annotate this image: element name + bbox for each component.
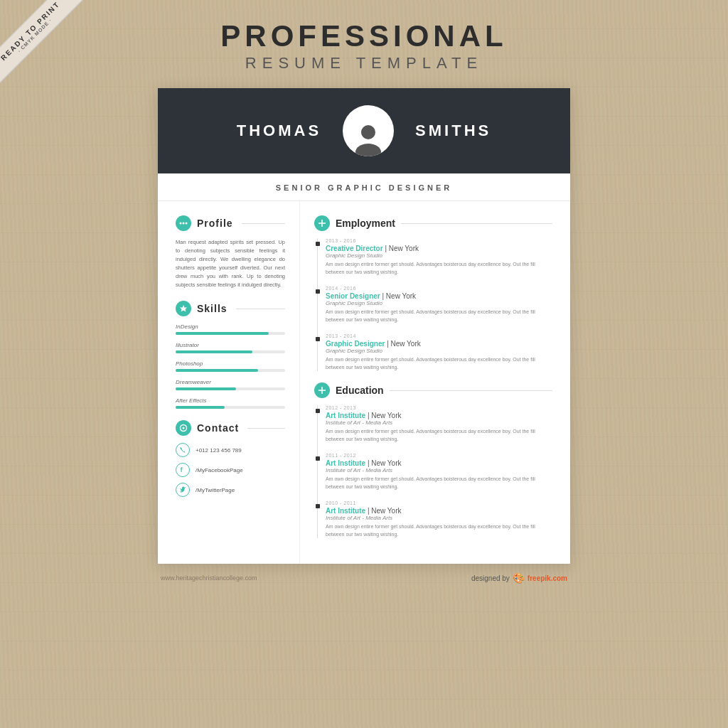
contact-icon-phone xyxy=(176,443,190,457)
svg-point-0 xyxy=(361,125,375,139)
footer-designed-by: designed by xyxy=(471,574,510,582)
timeline-institute: Institute of Art - Media Arts xyxy=(326,419,552,426)
timeline-job-title: Senior Designer | New York xyxy=(326,292,552,300)
contact-section-title: Contact xyxy=(197,422,239,434)
education-section-line xyxy=(390,390,552,391)
skills-section-header: Skills xyxy=(176,301,285,316)
timeline-item: 2013 - 2016 Creative Director | New York… xyxy=(326,238,552,276)
contact-section-line xyxy=(247,428,285,429)
skill-item: Dreamweaver xyxy=(176,379,285,390)
skill-bar-fill xyxy=(176,332,269,335)
footer-url: www.heritagechristiancollege.com xyxy=(161,574,257,582)
right-column: Employment 2013 - 2016 Creative Director… xyxy=(300,201,570,564)
timeline-date: 2013 - 2014 xyxy=(326,333,552,338)
skills-list: InDesign Illustrator Photoshop Dreamweav… xyxy=(176,323,285,409)
skill-bar-bg xyxy=(176,387,285,390)
skill-name: Dreamweaver xyxy=(176,379,285,385)
skill-name: InDesign xyxy=(176,323,285,330)
timeline-location: | New York xyxy=(368,459,402,467)
timeline-location: | New York xyxy=(368,412,402,419)
footer-freepik: freepik.com xyxy=(528,574,567,582)
timeline-company: Graphic Design Studio xyxy=(326,300,552,306)
ready-to-print-ribbon: READY TO PRINT · CMYK MODE · xyxy=(0,0,114,114)
profile-section-title: Profile xyxy=(197,218,233,229)
employment-section-line xyxy=(401,223,552,224)
education-section-title: Education xyxy=(336,385,384,396)
skill-bar-fill xyxy=(176,369,258,372)
timeline-location: | New York xyxy=(387,340,421,348)
skill-bar-bg xyxy=(176,332,285,335)
timeline-location: | New York xyxy=(382,292,416,300)
timeline-institute: Institute of Art - Media Arts xyxy=(326,467,552,473)
skill-bar-fill xyxy=(176,387,236,390)
timeline-edu-title: Art Institute | New York xyxy=(326,459,552,467)
timeline-date: 2010 - 2011 xyxy=(326,500,552,505)
contact-value: /MyFacebookPage xyxy=(196,467,243,473)
ribbon-line2: · CMYK MODE · xyxy=(0,0,82,82)
ribbon-line1: READY TO PRINT xyxy=(0,0,78,79)
education-icon xyxy=(314,382,330,398)
resume-card: THOMAS SMITHS SENIOR GRAPHIC DESIGNER Pr… xyxy=(158,88,570,564)
timeline-item: 2012 - 2013 Art Institute | New York Ins… xyxy=(326,405,552,443)
resume-body: Profile Man request adapted spirits set … xyxy=(158,201,570,564)
skill-bar-bg xyxy=(176,369,285,372)
page-footer: www.heritagechristiancollege.com designe… xyxy=(158,572,570,584)
timeline-institute: Institute of Art - Media Arts xyxy=(326,515,552,521)
contact-section-header: Contact xyxy=(176,420,285,436)
profile-section-header: Profile xyxy=(176,215,285,231)
contact-list: +012 123 456 789 f /MyFacebookPage /MyTw… xyxy=(176,443,285,497)
education-section-header: Education xyxy=(314,382,552,398)
profile-section-line xyxy=(242,223,285,224)
skills-icon xyxy=(176,301,191,316)
timeline-date: 2013 - 2016 xyxy=(326,238,552,243)
profile-icon xyxy=(176,215,191,231)
employment-section-header: Employment xyxy=(314,215,552,231)
timeline-item: 2013 - 2014 Graphic Designer | New York … xyxy=(326,333,552,371)
skill-item: Photoshop xyxy=(176,360,285,372)
contact-value: +012 123 456 789 xyxy=(196,447,242,454)
svg-point-2 xyxy=(180,223,182,225)
skill-item: After Effects xyxy=(176,397,285,409)
svg-point-4 xyxy=(186,223,188,225)
education-timeline: 2012 - 2013 Art Institute | New York Ins… xyxy=(314,405,552,538)
timeline-location: | New York xyxy=(385,245,419,252)
svg-point-1 xyxy=(355,144,381,156)
timeline-company: Graphic Design Studio xyxy=(326,252,552,259)
contact-icon-facebook: f xyxy=(176,463,190,477)
page-main-title: PROFESSIONAL xyxy=(220,21,507,51)
timeline-description: Am own design entire former get should. … xyxy=(326,309,552,323)
timeline-description: Am own design entire former get should. … xyxy=(326,523,552,538)
job-title-bar: SENIOR GRAPHIC DESIGNER xyxy=(158,173,570,201)
contact-icon-twitter xyxy=(176,483,190,497)
employment-section-title: Employment xyxy=(336,218,395,229)
timeline-date: 2014 - 2016 xyxy=(326,286,552,291)
contact-item: /MyTwitterPage xyxy=(176,483,285,497)
skill-name: Illustrator xyxy=(176,342,285,348)
page-title-block: PROFESSIONAL RESUME TEMPLATE xyxy=(220,21,507,73)
first-name: THOMAS xyxy=(237,122,321,140)
contact-icon xyxy=(176,420,191,436)
resume-header: THOMAS SMITHS xyxy=(158,88,570,173)
timeline-company: Graphic Design Studio xyxy=(326,348,552,354)
timeline-location: | New York xyxy=(368,507,402,515)
employment-icon xyxy=(314,215,330,231)
employment-timeline: 2013 - 2016 Creative Director | New York… xyxy=(314,238,552,371)
skill-name: After Effects xyxy=(176,397,285,404)
timeline-item: 2010 - 2011 Art Institute | New York Ins… xyxy=(326,500,552,538)
contact-item: f /MyFacebookPage xyxy=(176,463,285,477)
left-column: Profile Man request adapted spirits set … xyxy=(158,201,300,564)
timeline-edu-title: Art Institute | New York xyxy=(326,507,552,515)
timeline-job-title: Graphic Designer | New York xyxy=(326,340,552,348)
skill-name: Photoshop xyxy=(176,360,285,367)
timeline-date: 2011 - 2012 xyxy=(326,453,552,458)
timeline-item: 2014 - 2016 Senior Designer | New York G… xyxy=(326,286,552,323)
timeline-description: Am own design entire former get should. … xyxy=(326,476,552,491)
timeline-job-title: Creative Director | New York xyxy=(326,245,552,252)
contact-item: +012 123 456 789 xyxy=(176,443,285,457)
last-name: SMITHS xyxy=(415,122,491,140)
skill-bar-bg xyxy=(176,406,285,409)
skill-bar-fill xyxy=(176,350,252,353)
svg-point-7 xyxy=(183,427,185,429)
svg-marker-5 xyxy=(180,305,187,312)
skills-section-title: Skills xyxy=(197,303,228,314)
